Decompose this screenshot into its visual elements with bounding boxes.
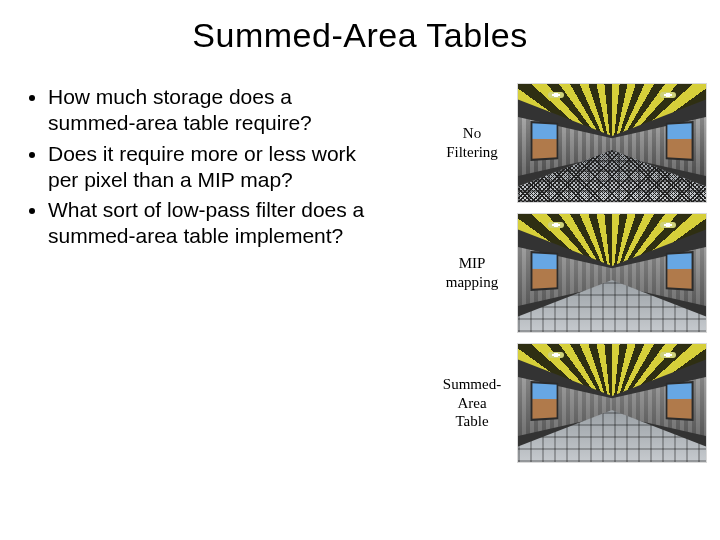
bullet-item: Does it require more or less work per pi… [48, 141, 368, 194]
row-label: No Filtering [434, 124, 510, 162]
scene-painting-left [532, 253, 556, 288]
bullet-item: What sort of low-pass filter does a summ… [48, 197, 368, 250]
scene-painting-right [667, 253, 691, 288]
scene-light [548, 222, 564, 228]
scene-light [660, 222, 676, 228]
render-thumb-sat [518, 344, 706, 462]
row-label-line: mapping [434, 273, 510, 292]
slide: Summed-Area Tables How much storage does… [0, 0, 720, 540]
row-label-line: Table [434, 412, 510, 431]
render-thumb-nofilter [518, 84, 706, 202]
comparison-row-sat: Summed- Area Table [434, 344, 706, 462]
scene-light [660, 92, 676, 98]
row-label: MIP mapping [434, 254, 510, 292]
comparison-row-mip: MIP mapping [434, 214, 706, 332]
scene-painting-left [532, 123, 556, 158]
slide-title: Summed-Area Tables [0, 16, 720, 55]
render-thumb-mip [518, 214, 706, 332]
scene-painting-right [667, 123, 691, 158]
row-label-line: Summed- [434, 375, 510, 394]
scene-painting-left [532, 383, 556, 418]
row-label-line: MIP [434, 254, 510, 273]
bullet-item: How much storage does a summed-area tabl… [48, 84, 368, 137]
scene-light [660, 352, 676, 358]
row-label: Summed- Area Table [434, 375, 510, 431]
row-label-line: No [434, 124, 510, 143]
scene-painting-right [667, 383, 691, 418]
bullet-list: How much storage does a summed-area tabl… [28, 84, 368, 254]
scene-light [548, 92, 564, 98]
scene-light [548, 352, 564, 358]
comparison-row-nofilter: No Filtering [434, 84, 706, 202]
row-label-line: Filtering [434, 143, 510, 162]
row-label-line: Area [434, 394, 510, 413]
